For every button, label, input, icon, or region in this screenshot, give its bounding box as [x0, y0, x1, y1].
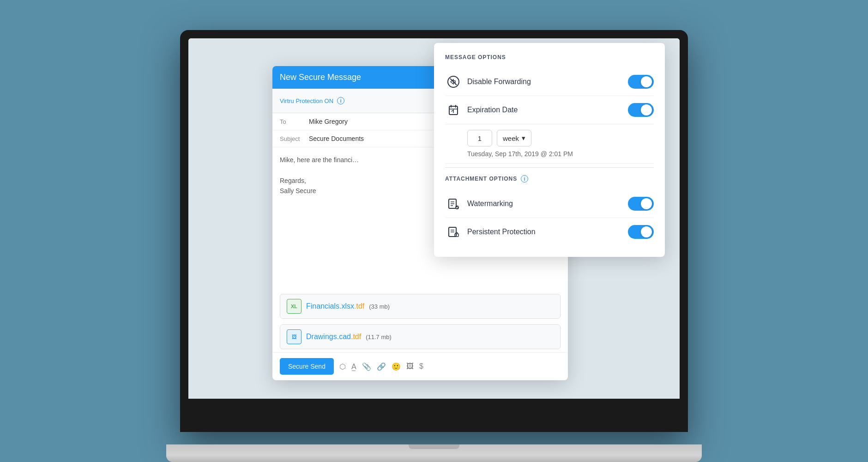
dollar-icon[interactable]: $	[419, 362, 423, 371]
subject-value[interactable]: Secure Documents	[309, 135, 364, 142]
subject-label: Subject	[280, 135, 305, 142]
laptop-screen: New Secure Message ─ □ ✕ Virtru Protecti…	[188, 38, 680, 399]
persistent-protection-label: Persistent Protection	[467, 228, 628, 236]
persistent-protection-icon	[445, 224, 462, 240]
font-icon[interactable]: A̲	[351, 362, 356, 371]
attachment-item-2[interactable]: 🖼 Drawings.cad.tdf (11.7 mb)	[280, 324, 561, 349]
to-label: To	[280, 118, 305, 125]
expiration-date-knob	[641, 104, 652, 116]
laptop-trackpad-notch	[409, 444, 459, 449]
disable-forwarding-icon	[445, 73, 462, 90]
attach-name-1: Financials.xlsx.tdf	[306, 302, 364, 310]
dropbox-icon[interactable]: ⬡	[339, 362, 346, 371]
section-divider	[445, 167, 654, 168]
watermarking-toggle[interactable]	[628, 197, 654, 211]
image-toolbar-icon[interactable]: 🖼	[406, 362, 414, 371]
image-icon: 🖼	[287, 329, 301, 344]
excel-icon: XL	[287, 299, 301, 314]
laptop-shell: New Secure Message ─ □ ✕ Virtru Protecti…	[180, 30, 688, 432]
expiration-date-toggle[interactable]	[628, 103, 654, 117]
disable-forwarding-label: Disable Forwarding	[467, 78, 628, 86]
attachment-options-info-icon[interactable]: i	[521, 175, 528, 182]
disable-forwarding-knob	[641, 76, 652, 87]
disable-forwarding-toggle[interactable]	[628, 75, 654, 89]
expiration-date-label: Expiration Date	[467, 106, 628, 114]
attachment-icon[interactable]: 📎	[362, 362, 371, 371]
attach-name-2: Drawings.cad.tdf	[306, 333, 361, 341]
virtru-label: Virtru Protection ON	[280, 97, 333, 104]
watermarking-icon	[445, 195, 462, 212]
watermarking-knob	[641, 198, 652, 209]
laptop-base	[166, 444, 702, 462]
option-watermarking: Watermarking	[445, 190, 654, 218]
to-value[interactable]: Mike Gregory	[309, 118, 348, 125]
attach-size-2: (11.7 mb)	[366, 334, 392, 340]
watermarking-label: Watermarking	[467, 200, 628, 208]
option-expiration-date: Expiration Date	[445, 96, 654, 124]
options-panel: MESSAGE OPTIONS Disable Forwarding	[434, 43, 665, 257]
compose-toolbar: Secure Send ⬡ A̲ 📎 🔗 🙂 🖼 $	[272, 352, 568, 380]
message-options-title: MESSAGE OPTIONS	[445, 54, 654, 61]
attachment-options-title: ATTACHMENT OPTIONS	[445, 176, 517, 182]
screen-background: New Secure Message ─ □ ✕ Virtru Protecti…	[188, 38, 680, 399]
attachment-options-section: ATTACHMENT OPTIONS i	[445, 175, 654, 182]
attach-size-1: (33 mb)	[369, 303, 390, 310]
window-title: New Secure Message	[280, 73, 361, 82]
option-persistent-protection: Persistent Protection	[445, 218, 654, 246]
expiry-unit-select[interactable]: week ▾	[497, 130, 531, 146]
expiry-date-display: Tuesday, Sep 17th, 2019 @ 2:01 PM	[445, 148, 654, 164]
emoji-icon[interactable]: 🙂	[392, 362, 401, 371]
secure-send-button[interactable]: Secure Send	[280, 358, 334, 375]
expiry-controls: 1 week ▾	[445, 124, 654, 148]
link-icon[interactable]: 🔗	[377, 362, 386, 371]
persistent-protection-knob	[641, 226, 652, 237]
persistent-protection-toggle[interactable]	[628, 225, 654, 239]
option-disable-forwarding: Disable Forwarding	[445, 68, 654, 96]
expiration-date-icon	[445, 102, 462, 118]
attachment-item-1[interactable]: XL Financials.xlsx.tdf (33 mb)	[280, 294, 561, 319]
virtru-info-icon[interactable]: i	[337, 97, 344, 104]
expiry-number-input[interactable]: 1	[467, 130, 492, 146]
expiry-chevron-icon: ▾	[522, 134, 525, 142]
